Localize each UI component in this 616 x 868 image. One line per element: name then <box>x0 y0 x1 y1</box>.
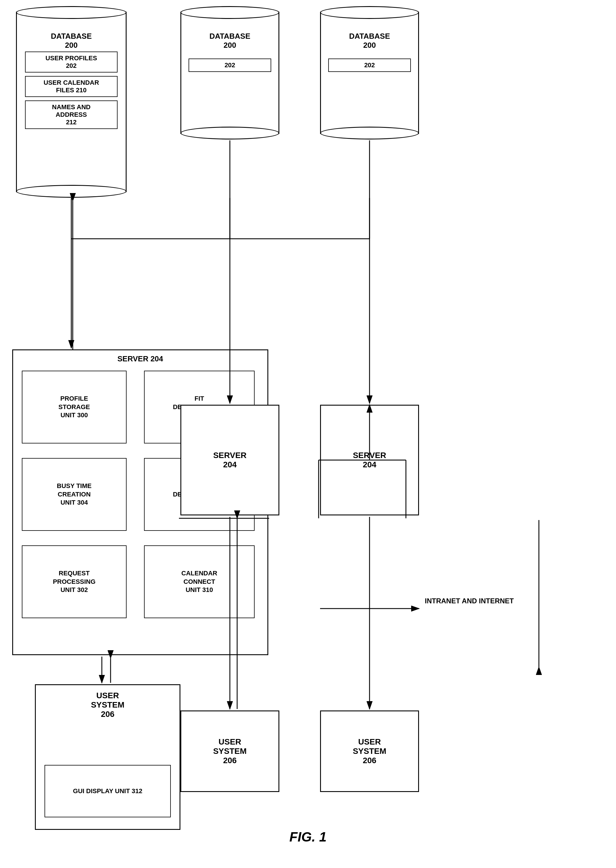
busy-time-label: BUSY TIMECREATIONUNIT 304 <box>57 482 91 507</box>
db-left-label: DATABASE <box>51 32 92 41</box>
db-center-label: DATABASE <box>209 32 250 41</box>
database-left: DATABASE 200 USER PROFILES202 USER CALEN… <box>16 12 127 192</box>
cylinder-bottom-center <box>181 127 279 139</box>
db-right-inner: 202 <box>328 58 411 72</box>
calendar-connect-label: CALENDARCONNECTUNIT 310 <box>181 569 217 594</box>
db-right-inner-label: 202 <box>332 61 407 69</box>
cylinder-top-right <box>320 6 419 19</box>
figure-label: FIG. 1 <box>289 829 327 845</box>
user-right-label: USERSYSTEM206 <box>353 737 386 765</box>
cylinder-bottom-right-db <box>320 127 419 139</box>
request-processing-label: REQUESTPROCESSINGUNIT 302 <box>53 569 96 594</box>
db-right-number: 200 <box>349 41 390 50</box>
cylinder-top-center <box>181 6 279 19</box>
database-center: DATABASE 200 202 <box>181 12 279 134</box>
intranet-label: INTRANET AND INTERNET <box>425 597 514 605</box>
db-center-number: 200 <box>209 41 250 50</box>
user-calendar-label: USER CALENDARFILES 210 <box>29 79 113 94</box>
user-profiles-label: USER PROFILES202 <box>29 54 113 69</box>
gui-display-unit: GUI DISPLAY UNIT 312 <box>44 765 171 818</box>
user-profiles-box: USER PROFILES202 <box>25 52 118 72</box>
database-right: DATABASE 200 202 <box>320 12 419 134</box>
profile-storage-label: PROFILESTORAGEUNIT 300 <box>58 395 90 420</box>
profile-storage-unit: PROFILESTORAGEUNIT 300 <box>22 371 127 443</box>
server-right-box: SERVER 204 <box>320 405 419 515</box>
server-right-label: SERVER 204 <box>353 451 387 469</box>
calendar-connect-unit: CALENDARCONNECTUNIT 310 <box>144 545 255 618</box>
user-left-label: USERSYSTEM206 <box>91 691 124 719</box>
user-system-left-box: USERSYSTEM206 GUI DISPLAY UNIT 312 <box>35 684 181 830</box>
gui-display-label: GUI DISPLAY UNIT 312 <box>73 787 142 796</box>
names-address-box: NAMES ANDADDRESS212 <box>25 101 118 129</box>
user-calendar-box: USER CALENDARFILES 210 <box>25 76 118 97</box>
server-center-box: SERVER 204 <box>181 405 279 515</box>
server-main-label: SERVER 204 <box>117 354 163 363</box>
user-system-right-box: USERSYSTEM206 <box>320 710 419 792</box>
db-center-inner: 202 <box>189 58 271 72</box>
request-processing-unit: REQUESTPROCESSINGUNIT 302 <box>22 545 127 618</box>
cylinder-top-left <box>16 6 127 19</box>
busy-time-unit: BUSY TIMECREATIONUNIT 304 <box>22 458 127 531</box>
db-center-inner-label: 202 <box>193 61 267 69</box>
diagram: DATABASE 200 USER PROFILES202 USER CALEN… <box>0 0 616 868</box>
user-system-center-box: USERSYSTEM206 <box>181 710 279 792</box>
server-center-label: SERVER 204 <box>213 451 247 469</box>
cylinder-bottom-left <box>16 185 127 198</box>
user-center-label: USERSYSTEM206 <box>213 737 247 765</box>
db-right-label: DATABASE <box>349 32 390 41</box>
names-address-label: NAMES ANDADDRESS212 <box>29 103 113 126</box>
db-left-number: 200 <box>51 41 92 50</box>
